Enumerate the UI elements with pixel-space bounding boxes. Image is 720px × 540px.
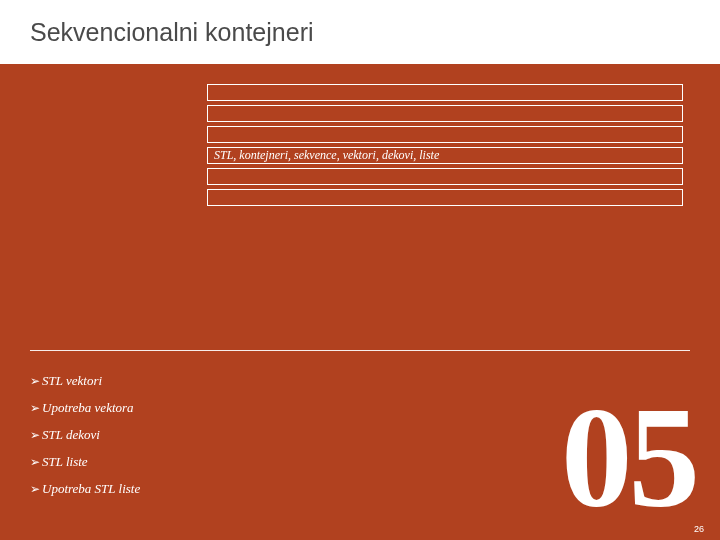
bullet-text: Upotreba STL liste — [42, 481, 140, 497]
header-bar: Sekvencionalni kontejneri — [0, 0, 720, 64]
list-item: ➢ STL dekovi — [30, 427, 370, 443]
horizontal-divider — [30, 350, 690, 351]
arrow-icon: ➢ — [30, 428, 40, 443]
list-item: ➢ Upotreba STL liste — [30, 481, 370, 497]
empty-box — [207, 126, 683, 143]
bullet-text: STL dekovi — [42, 427, 100, 443]
box-label-text: STL, kontejneri, sekvence, vektori, deko… — [214, 148, 439, 163]
bullet-text: STL vektori — [42, 373, 102, 389]
slide: Sekvencionalni kontejneri STL, kontejner… — [0, 0, 720, 540]
empty-box — [207, 84, 683, 101]
list-item: ➢ STL vektori — [30, 373, 370, 389]
page-number: 26 — [694, 524, 704, 534]
arrow-icon: ➢ — [30, 482, 40, 497]
empty-box — [207, 168, 683, 185]
bullet-list: ➢ STL vektori ➢ Upotreba vektora ➢ STL d… — [30, 373, 370, 508]
bullet-text: STL liste — [42, 454, 88, 470]
arrow-icon: ➢ — [30, 455, 40, 470]
section-number: 05 — [561, 387, 696, 530]
arrow-icon: ➢ — [30, 401, 40, 416]
empty-box — [207, 105, 683, 122]
list-item: ➢ Upotreba vektora — [30, 400, 370, 416]
list-item: ➢ STL liste — [30, 454, 370, 470]
bullet-text: Upotreba vektora — [42, 400, 134, 416]
slide-title: Sekvencionalni kontejneri — [30, 18, 314, 47]
labeled-box: STL, kontejneri, sekvence, vektori, deko… — [207, 147, 683, 164]
empty-box — [207, 189, 683, 206]
arrow-icon: ➢ — [30, 374, 40, 389]
box-stack: STL, kontejneri, sekvence, vektori, deko… — [207, 84, 683, 210]
